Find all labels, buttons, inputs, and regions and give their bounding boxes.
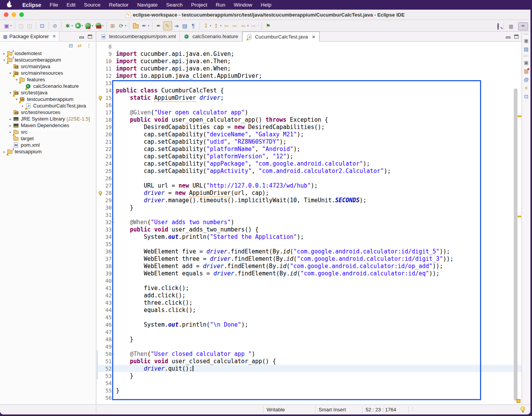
next-edit-location-button[interactable]: ⇨ [231, 21, 239, 30]
next-annotation-button[interactable]: ↧▾ [202, 21, 212, 30]
code-line-56[interactable]: 56 [97, 394, 522, 401]
previous-edit-location-button[interactable]: ⇦ [222, 21, 231, 30]
dropdown-caret-icon[interactable]: ▾ [125, 24, 127, 27]
code-line-11[interactable]: 11import cucumber.api.java.en.When; [97, 65, 522, 72]
close-window-button[interactable] [4, 12, 8, 17]
editor-tab-calcscenario-feature[interactable]: calcScenario.feature [180, 32, 242, 41]
tree-item-src-main-java[interactable]: src/main/java [0, 63, 96, 70]
run-button[interactable]: ▾ [74, 21, 84, 30]
code-line-24[interactable]: 24 cap.setCapability("appPackage", "com.… [97, 160, 522, 167]
code-line-12[interactable]: 12import io.appium.java_client.AppiumDri… [97, 72, 522, 79]
show-source-of-selected-button[interactable]: ⇥ [172, 21, 181, 30]
code-line-55[interactable]: 55} [97, 387, 522, 394]
dropdown-caret-icon[interactable]: ▾ [10, 24, 12, 27]
code-line-18[interactable]: 18 public void user_open_calculator_app(… [97, 116, 522, 123]
close-icon[interactable]: ✕ [52, 34, 56, 39]
code-line-15[interactable]: 15 static AppiumDriver driver; [97, 94, 522, 101]
code-line-52[interactable]: 52 driver.quit(); [97, 365, 522, 372]
code-line-39[interactable]: 39 WebElement equals = driver.findElemen… [97, 270, 522, 277]
menu-run[interactable]: Run [211, 0, 230, 10]
previous-annotation-button[interactable]: ↥▾ [212, 21, 222, 30]
menu-source[interactable]: Source [80, 0, 105, 10]
code-line-36[interactable]: 36 WebElement five = driver.findElement(… [97, 248, 522, 255]
skip-breakpoints-button[interactable]: ⊘ [51, 21, 59, 30]
tree-item-src-test-resources[interactable]: src/test/resources [0, 109, 96, 116]
code-line-38[interactable]: 38 WebElement add = driver.findElement(B… [97, 262, 522, 270]
minimize-window-button[interactable] [12, 12, 16, 17]
open-element-button[interactable]: ✒ [154, 21, 163, 30]
dropdown-caret-icon[interactable]: ▾ [82, 24, 83, 27]
code-line-33[interactable]: 33 public void user_adds_two_numbers() { [97, 226, 522, 233]
tree-item-src-test-java[interactable]: ▾src/test/java [0, 89, 96, 96]
coverage-button[interactable]: ▾ [84, 21, 94, 30]
dropdown-caret-icon[interactable]: ▾ [148, 24, 149, 27]
code-line-8[interactable]: 8 [97, 43, 522, 50]
code-line-16[interactable]: 16 [97, 101, 522, 109]
code-line-29[interactable]: 29 driver.manage().timeouts().implicitly… [97, 196, 522, 204]
close-tab-icon[interactable]: ✕ [312, 34, 316, 40]
code-line-26[interactable]: 26 [97, 174, 522, 182]
tree-item-features[interactable]: ▾features [0, 76, 96, 83]
new-wizard-button[interactable]: ▣▾ [2, 21, 13, 30]
dropdown-caret-icon[interactable]: ▾ [72, 24, 73, 27]
code-line-25[interactable]: 25 cap.setCapability("appActivity", "com… [97, 167, 522, 174]
menu-help[interactable]: Help [257, 0, 276, 10]
code-line-27[interactable]: 27 URL url = new URL("http://127.0.0.1:4… [97, 182, 522, 189]
code-line-50[interactable]: 50◆ @Then("User closed calculator app ") [97, 350, 522, 357]
menu-edit[interactable]: Edit [62, 0, 80, 10]
code-line-40[interactable]: 40 [97, 277, 522, 284]
new-java-project-button[interactable]: ⊞ [109, 21, 117, 30]
tree-item-src-main-resources[interactable]: ▾src/main/resources [0, 70, 96, 76]
open-console-button[interactable]: ⊡ [38, 21, 47, 30]
update-maven-project-button[interactable]: ⟳▾ [117, 21, 128, 30]
open-task-button[interactable] [131, 21, 140, 30]
chevron-right-icon[interactable]: ▸ [8, 124, 13, 127]
code-line-44[interactable]: 44 equals.click(); [97, 306, 522, 314]
zoom-window-button[interactable] [19, 12, 24, 17]
code-line-13[interactable]: 13 [97, 79, 522, 87]
tree-item-calcscenario-feature[interactable]: calcScenario.feature [0, 83, 96, 89]
tip-lightbulb-icon[interactable] [520, 406, 525, 411]
tree-item-testcucumberappium[interactable]: ▾Jtestcucumberappium [0, 57, 96, 63]
warning-quickfix-icon[interactable] [98, 95, 103, 101]
code-line-46[interactable]: 46 System.out.println("\n Done"); [97, 321, 522, 328]
view-menu-icon[interactable]: ⋮ [86, 43, 91, 48]
menu-project[interactable]: Project [187, 0, 211, 10]
dropdown-caret-icon[interactable]: ▾ [257, 24, 259, 27]
tree-item-testcucumberappium[interactable]: ▾testcucumberappium [0, 96, 96, 102]
tree-item-jre-system-library[interactable]: ▸JRE System Library[J2SE-1.5] [0, 116, 96, 122]
back-history-button[interactable]: ⇦▾ [239, 21, 250, 30]
menu-eclipse[interactable]: Eclipse [18, 0, 45, 10]
code-line-30[interactable]: 30 } [97, 204, 522, 211]
code-line-43[interactable]: 43 three.click(); [97, 299, 522, 306]
code-line-37[interactable]: 37 WebElement three = driver.findElement… [97, 255, 522, 262]
tree-item-target[interactable]: target [0, 135, 96, 142]
link-with-editor-icon[interactable]: ⇄ [77, 43, 82, 48]
menu-file[interactable]: File [45, 0, 62, 10]
code-line-41[interactable]: 41 five.click(); [97, 284, 522, 292]
dropdown-caret-icon[interactable]: ▾ [247, 24, 249, 27]
editor-tab-testcucumberappium-pom-xml[interactable]: Mtestcucumberappium/pom.xml [97, 32, 180, 41]
minimize-view-icon[interactable] [79, 37, 84, 39]
code-line-31[interactable]: 31 [97, 211, 522, 218]
code-line-35[interactable]: 35 [97, 240, 522, 248]
pin-editor-button[interactable]: ⚑ [264, 21, 272, 30]
show-selected-element-only-button[interactable]: ▤ [181, 21, 189, 30]
restore-view-icon[interactable]: ▣ [524, 38, 529, 43]
profile-button[interactable]: ▾ [94, 21, 104, 30]
code-line-9[interactable]: 9import cucumber.api.java.en.Given; [97, 50, 522, 57]
tree-item-iosdemotest[interactable]: ▸Jiosdemotest [0, 50, 96, 57]
menu-search[interactable]: Search [162, 0, 187, 10]
menu-window[interactable]: Window [230, 0, 257, 10]
code-line-28[interactable]: 28 driver = new AppiumDriver(url, cap); [97, 189, 522, 196]
minimized-view-icon[interactable]: ▤ [524, 47, 529, 52]
minimize-editor-icon[interactable] [506, 37, 510, 39]
tree-item-testsappium[interactable]: ▸Jtestsappium [0, 148, 96, 155]
code-line-21[interactable]: 21 cap.setCapability("udid", "RZ8N60SY7D… [97, 138, 522, 145]
warning-overview-marker[interactable] [518, 116, 521, 117]
code-line-48[interactable]: 48 } [97, 335, 522, 343]
warning-overview-marker[interactable] [518, 216, 521, 217]
open-perspective-button[interactable]: ▦ [507, 23, 515, 30]
dropdown-caret-icon[interactable]: ▾ [210, 24, 211, 27]
chevron-right-icon[interactable]: ▸ [8, 117, 13, 121]
